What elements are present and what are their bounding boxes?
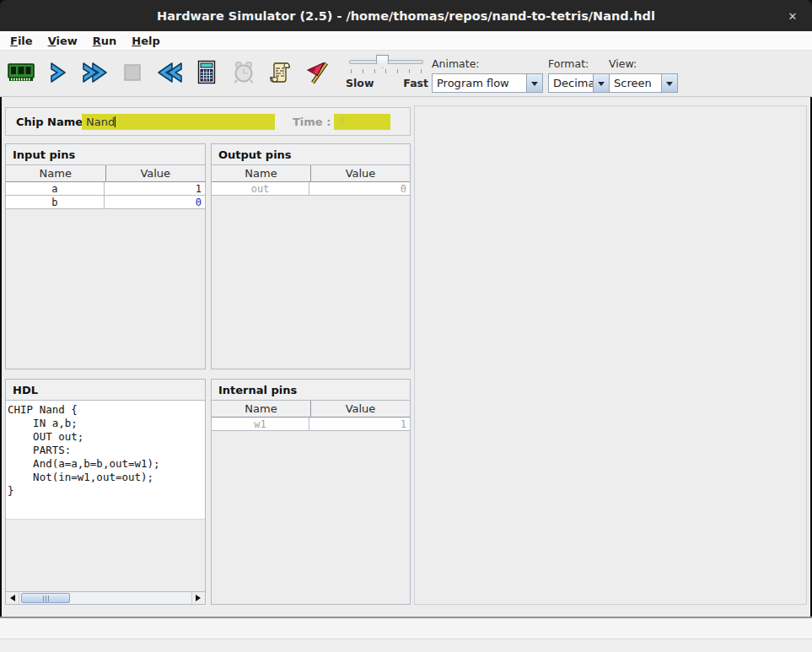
close-icon[interactable]: ✕ bbox=[782, 7, 804, 25]
column-value: Value bbox=[311, 401, 410, 417]
chip-name-bar: Chip Name : Nand Time : 7 bbox=[5, 107, 411, 136]
column-name: Name bbox=[6, 165, 106, 181]
output-pins-title: Output pins bbox=[212, 144, 410, 165]
code-line: OUT out; bbox=[8, 430, 205, 444]
table-row: a 1 bbox=[6, 182, 205, 196]
status-area bbox=[0, 617, 812, 652]
calculator-icon bbox=[196, 60, 218, 85]
menu-run[interactable]: Run bbox=[85, 33, 125, 49]
code-line: } bbox=[8, 484, 205, 498]
scrollbar-thumb[interactable] bbox=[21, 593, 70, 603]
code-line: Not(in=w1,out=out); bbox=[8, 471, 205, 484]
load-chip-button[interactable] bbox=[5, 52, 37, 93]
hdl-horizontal-scrollbar[interactable] bbox=[6, 591, 205, 604]
flag-icon bbox=[306, 61, 330, 84]
single-step-button[interactable] bbox=[42, 52, 74, 93]
input-pins-table: Name Value a 1 b 0 bbox=[6, 165, 205, 209]
internal-pins-table: Name Value w1 1 bbox=[212, 401, 410, 431]
animate-group: Animate: Program flow bbox=[432, 57, 543, 93]
format-value: Decimal bbox=[549, 74, 593, 92]
hdl-code-view[interactable]: CHIP Nand { IN a,b; OUT out; PARTS: And(… bbox=[6, 401, 205, 520]
menu-view[interactable]: View bbox=[40, 33, 85, 49]
pin-value: 1 bbox=[309, 418, 410, 430]
chevron-down-icon[interactable] bbox=[593, 74, 609, 92]
code-line: IN a,b; bbox=[8, 417, 205, 430]
table-header: Name Value bbox=[212, 401, 410, 418]
stop-square-icon bbox=[123, 63, 142, 82]
evaluate-button[interactable] bbox=[191, 52, 223, 93]
menu-help[interactable]: Help bbox=[124, 33, 167, 49]
chip-name-text: Nand bbox=[86, 116, 115, 128]
toolbar-buttons bbox=[5, 52, 334, 93]
column-value: Value bbox=[106, 165, 206, 181]
hardware-simulator-window: Hardware Simulator (2.5) - /home/thomas/… bbox=[0, 0, 812, 652]
view-select[interactable]: Screen bbox=[609, 73, 678, 93]
time-input: 7 bbox=[334, 114, 390, 130]
code-line: And(a=a,b=b,out=w1); bbox=[8, 457, 205, 471]
scroll-left-arrow-icon[interactable] bbox=[6, 592, 19, 604]
chip-name-label: Chip Name : bbox=[16, 116, 91, 128]
output-pins-table: Name Value out 0 bbox=[212, 165, 410, 196]
view-label: View: bbox=[609, 57, 678, 70]
screen-view-area bbox=[414, 105, 807, 605]
view-value: Screen bbox=[610, 74, 661, 92]
internal-pins-panel: Internal pins Name Value w1 1 bbox=[211, 379, 411, 605]
pin-value[interactable]: 0 bbox=[105, 196, 206, 208]
hdl-panel: HDL CHIP Nand { IN a,b; OUT out; PARTS: … bbox=[5, 379, 206, 605]
internal-pins-title: Internal pins bbox=[212, 380, 410, 401]
slider-thumb[interactable] bbox=[376, 55, 389, 68]
breakpoints-button[interactable] bbox=[302, 52, 334, 93]
chevron-right-icon bbox=[48, 62, 68, 84]
format-label: Format: bbox=[548, 57, 610, 70]
input-pins-panel: Input pins Name Value a 1 b 0 bbox=[5, 143, 206, 369]
format-group: Format: Decimal bbox=[548, 57, 610, 93]
animate-value: Program flow bbox=[433, 74, 526, 92]
time-text: 7 bbox=[338, 116, 345, 128]
table-row: out 0 bbox=[212, 182, 410, 196]
view-group: View: Screen bbox=[609, 57, 678, 93]
code-line: PARTS: bbox=[8, 444, 205, 457]
animate-select[interactable]: Program flow bbox=[432, 73, 543, 93]
status-message-strip bbox=[0, 618, 812, 639]
table-header: Name Value bbox=[212, 165, 410, 182]
speed-slider[interactable]: Slow Fast bbox=[344, 53, 428, 95]
animate-label: Animate: bbox=[432, 57, 543, 70]
load-script-button[interactable] bbox=[265, 52, 297, 93]
table-row: w1 1 bbox=[212, 418, 410, 431]
text-caret bbox=[115, 116, 116, 127]
table-header: Name Value bbox=[6, 165, 205, 182]
slider-fast-label: Fast bbox=[403, 77, 428, 89]
stop-button[interactable] bbox=[116, 52, 148, 93]
hdl-title: HDL bbox=[6, 380, 205, 401]
slider-ticks bbox=[351, 69, 422, 73]
format-select[interactable]: Decimal bbox=[548, 73, 610, 93]
alarm-clock-icon bbox=[232, 61, 255, 84]
clock-button[interactable] bbox=[228, 52, 260, 93]
pin-value: 0 bbox=[309, 182, 410, 195]
column-name: Name bbox=[212, 401, 311, 417]
column-value: Value bbox=[311, 165, 410, 181]
menu-file[interactable]: File bbox=[3, 33, 40, 49]
column-name: Name bbox=[212, 165, 311, 181]
chevron-down-icon[interactable] bbox=[526, 74, 542, 92]
scroll-right-arrow-icon[interactable] bbox=[191, 592, 205, 604]
double-chevron-right-icon bbox=[82, 62, 109, 84]
time-label: Time : bbox=[293, 116, 331, 128]
chevron-down-icon[interactable] bbox=[661, 74, 677, 92]
pin-value[interactable]: 1 bbox=[105, 182, 206, 195]
window-title: Hardware Simulator (2.5) - /home/thomas/… bbox=[157, 9, 655, 23]
menubar: File View Run Help bbox=[0, 31, 812, 51]
titlebar[interactable]: Hardware Simulator (2.5) - /home/thomas/… bbox=[0, 0, 812, 31]
input-pins-title: Input pins bbox=[6, 144, 205, 165]
reset-button[interactable] bbox=[153, 52, 186, 93]
run-button[interactable] bbox=[79, 52, 111, 93]
slider-slow-label: Slow bbox=[346, 77, 374, 89]
toolbar: Slow Fast Animate: Program flow Format: … bbox=[0, 51, 812, 97]
pin-name: a bbox=[6, 182, 105, 195]
pin-name: b bbox=[6, 196, 105, 208]
table-row: b 0 bbox=[6, 196, 205, 209]
pin-name: out bbox=[212, 182, 309, 195]
double-chevron-left-icon bbox=[156, 62, 183, 84]
chip-name-input[interactable]: Nand bbox=[82, 114, 275, 130]
pin-name: w1 bbox=[212, 418, 309, 430]
